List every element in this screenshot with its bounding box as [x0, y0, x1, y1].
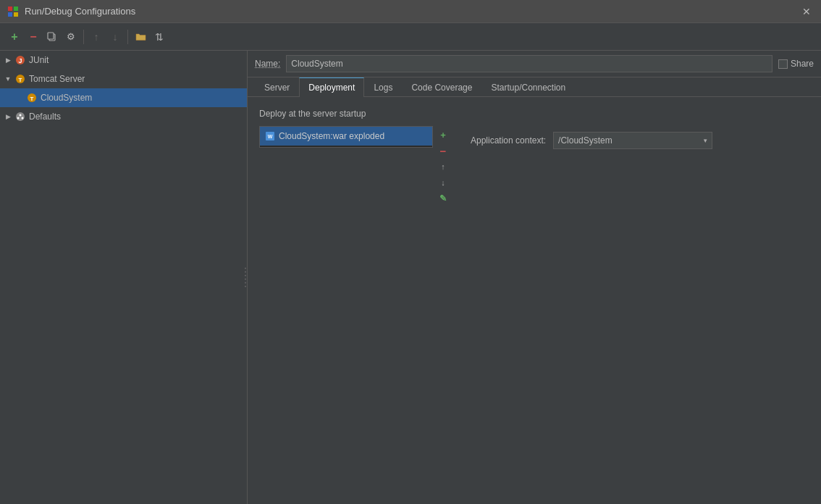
deploy-down-button[interactable]: ↓ [436, 175, 450, 190]
sidebar-item-tomcat[interactable]: ▼ T Tomcat Server [0, 70, 247, 88]
defaults-label: Defaults [29, 112, 61, 122]
sidebar-item-junit[interactable]: ▶ J JUnit [0, 51, 247, 70]
deploy-remove-button[interactable]: − [436, 143, 450, 158]
move-down-button[interactable]: ↓ [106, 28, 124, 46]
title-text: Run/Debug Configurations [25, 6, 135, 17]
cloudsystem-icon: T [26, 92, 38, 104]
svg-rect-3 [14, 12, 18, 17]
defaults-arrow: ▶ [3, 112, 13, 122]
main-layout: ▶ J JUnit ▼ T Tomcat Server [0, 51, 821, 504]
deploy-edit-button[interactable]: ✎ [436, 191, 450, 206]
svg-point-13 [20, 114, 22, 117]
title-bar: Run/Debug Configurations ✕ [0, 0, 821, 23]
tab-deployment[interactable]: Deployment [299, 77, 364, 97]
app-context-select-wrapper: /CloudSystem [553, 132, 712, 149]
app-context-select[interactable]: /CloudSystem [553, 132, 712, 149]
separator-2 [127, 30, 128, 44]
add-button[interactable]: + [6, 28, 23, 46]
name-label: Name: [255, 59, 280, 69]
tabs-bar: Server Deployment Logs Code Coverage Sta… [248, 77, 821, 97]
svg-text:T: T [30, 96, 34, 102]
share-label[interactable]: Share [791, 59, 814, 69]
svg-point-12 [16, 112, 25, 121]
svg-text:T: T [19, 77, 22, 83]
deploy-add-button[interactable]: + [436, 127, 450, 142]
cloudsystem-label: CloudSystem [41, 93, 92, 103]
svg-rect-1 [14, 7, 18, 11]
deploy-section-label: Deploy at the server startup [259, 109, 809, 119]
sidebar: ▶ J JUnit ▼ T Tomcat Server [0, 51, 248, 504]
tab-deployment-content: Deploy at the server startup W CloudSyst… [248, 97, 821, 504]
toolbar: + − ⚙ ↑ ↓ ⇅ [0, 23, 821, 51]
gear-button[interactable]: ⚙ [62, 28, 80, 46]
defaults-icon [14, 111, 26, 122]
app-context-label: Application context: [471, 135, 546, 146]
junit-arrow: ▶ [3, 55, 13, 65]
svg-rect-2 [8, 12, 12, 17]
svg-text:J: J [18, 57, 22, 64]
folder-button[interactable] [132, 28, 149, 46]
tab-server[interactable]: Server [255, 77, 299, 97]
separator-1 [83, 30, 84, 44]
junit-icon: J [14, 54, 26, 66]
tomcat-arrow: ▼ [3, 74, 13, 84]
app-context-area: Application context: /CloudSystem [471, 129, 712, 149]
svg-rect-5 [48, 33, 54, 39]
tab-code-coverage[interactable]: Code Coverage [402, 77, 481, 97]
tab-logs[interactable]: Logs [364, 77, 402, 97]
sidebar-item-defaults[interactable]: ▶ Defaults [0, 107, 247, 126]
deploy-up-button[interactable]: ↑ [436, 159, 450, 174]
tomcat-label: Tomcat Server [29, 74, 85, 84]
copy-button[interactable] [43, 28, 61, 46]
tomcat-icon: T [14, 73, 26, 85]
app-icon [7, 6, 19, 17]
share-checkbox[interactable] [778, 59, 788, 69]
svg-rect-0 [8, 7, 12, 11]
share-area: Share [778, 59, 814, 69]
gear-icon: ⚙ [67, 31, 75, 42]
content-area: Name: Share Server Deployment Logs Code … [248, 51, 821, 504]
deploy-actions: + − ↑ ↓ ✎ [433, 126, 453, 207]
sidebar-resize-handle[interactable] [244, 51, 247, 504]
name-input[interactable] [286, 55, 772, 72]
deploy-list-item[interactable]: W CloudSystem:war exploded [260, 127, 432, 146]
svg-point-14 [17, 117, 20, 119]
war-icon: W [264, 130, 276, 142]
tab-startup[interactable]: Startup/Connection [481, 77, 575, 97]
resize-dots [244, 268, 247, 287]
move-up-button[interactable]: ↑ [88, 28, 105, 46]
deploy-list: W CloudSystem:war exploded [259, 126, 433, 148]
deploy-item-label: CloudSystem:war exploded [279, 131, 384, 141]
junit-label: JUnit [29, 55, 49, 65]
close-button[interactable]: ✕ [799, 4, 814, 19]
name-bar: Name: Share [248, 51, 821, 77]
svg-point-15 [22, 117, 24, 119]
sort-button[interactable]: ⇅ [151, 28, 168, 46]
svg-text:W: W [268, 134, 273, 139]
remove-button[interactable]: − [25, 28, 42, 46]
deploy-main-row: W CloudSystem:war exploded + − ↑ ↓ ✎ [259, 126, 809, 207]
sidebar-item-cloudsystem[interactable]: T CloudSystem [0, 88, 247, 107]
